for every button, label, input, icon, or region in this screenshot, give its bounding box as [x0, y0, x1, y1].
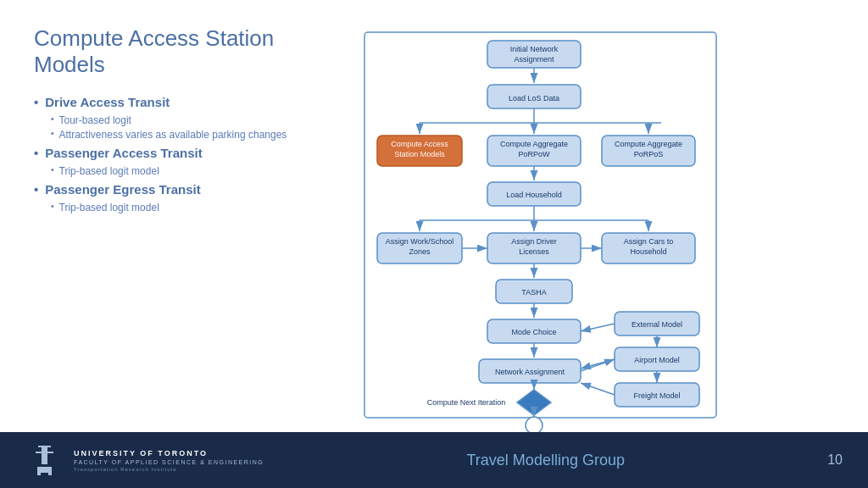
footer-group: Travel Modelling Group — [467, 452, 625, 469]
svg-text:Station Models: Station Models — [394, 150, 445, 158]
label-external-model: External Model — [632, 320, 682, 329]
left-panel: Compute Access Station Models Drive Acce… — [34, 25, 356, 415]
svg-rect-11 — [42, 447, 47, 464]
bullet-passenger-access: Passenger Access Transit — [34, 146, 339, 160]
label-assign-work-1: Assign Work/School — [386, 237, 453, 246]
label-load-los: Load LoS Data — [509, 94, 559, 103]
svg-text:Household: Household — [630, 247, 666, 256]
footer-university: UNIVERSITY OF TORONTO — [74, 448, 264, 459]
label-compute-next: Compute Next Iteration — [427, 398, 506, 407]
label-initial-network: Initial Network — [510, 45, 559, 53]
footer-text-block: UNIVERSITY OF TORONTO FACULTY OF APPLIED… — [74, 448, 264, 472]
label-tasha: TASHA — [521, 288, 546, 297]
footer-faculty: FACULTY OF APPLIED SCIENCE & ENGINEERING — [74, 458, 264, 467]
footer: UNIVERSITY OF TORONTO FACULTY OF APPLIED… — [0, 432, 868, 488]
label-assign-cars-1: Assign Cars to — [624, 237, 674, 246]
footer-institute: Transportation Research Institute — [74, 467, 264, 472]
label-network-assignment: Network Assignment — [495, 368, 565, 376]
footer-page: 10 — [827, 452, 843, 468]
svg-rect-15 — [41, 467, 48, 473]
bullet-list: Drive Access Transit Tour-based logit At… — [34, 95, 339, 214]
label-porpow-1: Compute Aggregate — [500, 140, 568, 148]
bullet-passenger-egress: Passenger Egress Transit — [34, 182, 339, 197]
label-load-household: Load Household — [506, 191, 562, 199]
slide-title: Compute Access Station Models — [34, 25, 339, 78]
sub-bullet-passenger-access: Trip-based logit model — [51, 165, 339, 177]
sub-bullet-drive: Tour-based logit Attractiveness varies a… — [51, 114, 339, 141]
sub-bullet-trip-based-1: Trip-based logit model — [51, 165, 339, 177]
label-mode-choice: Mode Choice — [511, 328, 556, 336]
svg-rect-14 — [48, 467, 52, 475]
bullet-drive-access: Drive Access Transit — [34, 95, 339, 109]
bullet-passenger-access-text: Passenger Access Transit — [45, 146, 202, 160]
uoft-logo — [25, 441, 64, 480]
label-porpos-1: Compute Aggregate — [615, 140, 682, 148]
svg-text:Licenses: Licenses — [519, 247, 549, 256]
right-panel: Initial Network Assignment Load LoS Data… — [356, 25, 851, 415]
flowchart-svg: Initial Network Assignment Load LoS Data… — [356, 25, 721, 432]
label-compute-access-1: Compute Access — [391, 140, 448, 148]
sub-bullet-tour: Tour-based logit — [51, 114, 339, 126]
label-airport-model: Airport Model — [634, 356, 680, 364]
bullet-passenger-egress-text: Passenger Egress Transit — [45, 182, 200, 197]
svg-text:PoRPoS: PoRPoS — [634, 150, 664, 158]
svg-text:Zones: Zones — [409, 247, 431, 256]
arrow-back-freight — [581, 383, 615, 395]
svg-rect-12 — [36, 452, 53, 453]
svg-text:PoRPoW: PoRPoW — [518, 150, 550, 158]
slide-content: Compute Access Station Models Drive Acce… — [0, 0, 868, 432]
arrow-back-ext — [581, 324, 615, 331]
label-assign-driver-1: Assign Driver — [511, 237, 557, 246]
diamond-shape — [517, 390, 551, 415]
bullet-drive-access-text: Drive Access Transit — [45, 95, 170, 109]
footer-left: UNIVERSITY OF TORONTO FACULTY OF APPLIED… — [25, 441, 264, 480]
label-freight-model: Freight Model — [633, 391, 680, 400]
svg-rect-10 — [38, 446, 51, 447]
sub-bullet-passenger-egress: Trip-based logit model — [51, 202, 339, 214]
sub-bullet-trip-based-2: Trip-based logit model — [51, 202, 339, 214]
sub-bullet-attractiveness: Attractiveness varies as available parki… — [51, 129, 339, 141]
end-circle — [526, 417, 542, 432]
svg-rect-13 — [37, 467, 41, 475]
arrow-back-air — [581, 359, 615, 369]
svg-text:Assignment: Assignment — [514, 55, 554, 64]
